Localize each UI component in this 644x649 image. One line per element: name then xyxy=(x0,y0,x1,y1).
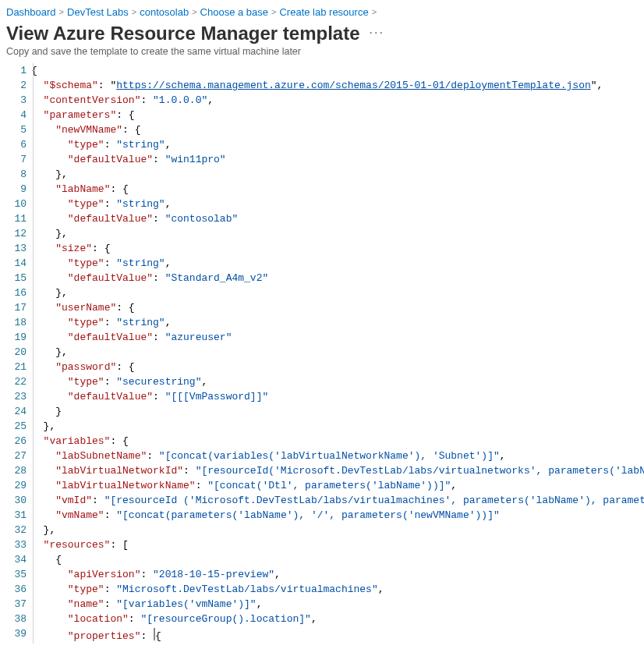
line-number: 1 xyxy=(3,63,27,78)
line-number: 8 xyxy=(3,167,27,182)
chevron-right-icon: > xyxy=(132,7,136,16)
line-number: 9 xyxy=(3,182,27,197)
line-number: 4 xyxy=(3,108,27,122)
code-line[interactable]: "vmName": "[concat(parameters('labName')… xyxy=(31,508,644,523)
line-number: 20 xyxy=(3,345,27,360)
line-number: 38 xyxy=(3,612,27,626)
line-number: 13 xyxy=(3,241,27,256)
line-number: 37 xyxy=(3,597,27,612)
code-line[interactable]: "type": "string", xyxy=(31,137,644,152)
code-line[interactable]: "type": "string", xyxy=(31,197,644,211)
code-line[interactable]: }, xyxy=(31,345,644,360)
chevron-right-icon: > xyxy=(271,7,276,16)
line-number: 2 xyxy=(3,78,27,93)
line-number: 12 xyxy=(3,226,27,241)
line-number: 19 xyxy=(3,330,27,345)
chevron-right-icon: > xyxy=(372,7,377,16)
line-number: 7 xyxy=(3,152,27,167)
line-number: 16 xyxy=(3,285,27,300)
line-number: 32 xyxy=(3,523,27,537)
code-line[interactable]: { xyxy=(31,63,644,78)
code-line[interactable]: "type": "Microsoft.DevTestLab/labs/virtu… xyxy=(31,582,644,597)
line-number: 22 xyxy=(3,374,27,389)
code-line[interactable]: "type": "string", xyxy=(31,256,644,271)
code-line[interactable]: }, xyxy=(31,523,644,537)
code-line[interactable]: "newVMName": { xyxy=(31,122,644,137)
line-number: 35 xyxy=(3,567,27,582)
line-number: 21 xyxy=(3,360,27,374)
code-line[interactable]: "type": "string", xyxy=(31,315,644,330)
line-number: 26 xyxy=(3,434,27,449)
line-number: 14 xyxy=(3,256,27,271)
code-line[interactable]: "defaultValue": "Standard_A4m_v2" xyxy=(31,271,644,285)
code-line[interactable]: { xyxy=(31,552,644,567)
code-line[interactable]: "resources": [ xyxy=(31,537,644,552)
line-number: 17 xyxy=(3,300,27,315)
line-number-gutter: 1234567891011121314151617181920212223242… xyxy=(0,63,28,644)
code-line[interactable]: "labName": { xyxy=(31,182,644,197)
code-line[interactable]: } xyxy=(31,404,644,419)
line-number: 33 xyxy=(3,537,27,552)
code-line[interactable]: }, xyxy=(31,167,644,182)
code-line[interactable]: "apiVersion": "2018-10-15-preview", xyxy=(31,567,644,582)
code-line[interactable]: "defaultValue": "win11pro" xyxy=(31,152,644,167)
line-number: 18 xyxy=(3,315,27,330)
line-number: 36 xyxy=(3,582,27,597)
line-number: 6 xyxy=(3,137,27,152)
code-line[interactable]: "parameters": { xyxy=(31,108,644,122)
chevron-right-icon: > xyxy=(59,7,64,16)
code-editor[interactable]: 1234567891011121314151617181920212223242… xyxy=(0,63,644,644)
chevron-right-icon: > xyxy=(192,7,196,16)
line-number: 29 xyxy=(3,478,27,493)
code-content[interactable]: { "$schema": "https://schema.management.… xyxy=(28,63,644,644)
more-icon[interactable]: ··· xyxy=(370,26,384,40)
code-line[interactable]: }, xyxy=(31,285,644,300)
line-number: 25 xyxy=(3,419,27,434)
line-number: 23 xyxy=(3,389,27,404)
line-number: 5 xyxy=(3,122,27,137)
line-number: 39 xyxy=(3,626,27,641)
code-line[interactable]: "labVirtualNetworkName": "[concat('Dtl',… xyxy=(31,478,644,493)
page-title: View Azure Resource Manager template xyxy=(6,23,360,44)
code-line[interactable]: "defaultValue": "[[[VmPassword]]" xyxy=(31,389,644,404)
code-line[interactable]: "type": "securestring", xyxy=(31,374,644,389)
line-number: 34 xyxy=(3,552,27,567)
code-line[interactable]: "$schema": "https://schema.management.az… xyxy=(31,78,644,93)
breadcrumb-link[interactable]: contosolab xyxy=(140,6,189,18)
breadcrumb-link[interactable]: Create lab resource xyxy=(279,6,368,18)
code-line[interactable]: "labVirtualNetworkId": "[resourceId('Mic… xyxy=(31,463,644,478)
code-line[interactable]: "contentVersion": "1.0.0.0", xyxy=(31,93,644,108)
line-number: 3 xyxy=(3,93,27,108)
page-subtitle: Copy and save the template to create the… xyxy=(0,44,644,63)
code-line[interactable]: "location": "[resourceGroup().location]"… xyxy=(31,612,644,626)
line-number: 24 xyxy=(3,404,27,419)
code-line[interactable]: "defaultValue": "azureuser" xyxy=(31,330,644,345)
line-number: 15 xyxy=(3,271,27,285)
breadcrumb-link[interactable]: Choose a base xyxy=(200,6,268,18)
code-line[interactable]: "vmId": "[resourceId ('Microsoft.DevTest… xyxy=(31,493,644,508)
breadcrumb-link[interactable]: Dashboard xyxy=(6,6,56,18)
line-number: 31 xyxy=(3,508,27,523)
code-line[interactable]: "size": { xyxy=(31,241,644,256)
code-line[interactable]: "name": "[variables('vmName')]", xyxy=(31,597,644,612)
breadcrumb: Dashboard>DevTest Labs>contosolab>Choose… xyxy=(0,0,644,21)
breadcrumb-link[interactable]: DevTest Labs xyxy=(67,6,129,18)
code-line[interactable]: "labSubnetName": "[concat(variables('lab… xyxy=(31,449,644,463)
line-number: 10 xyxy=(3,197,27,211)
line-number: 30 xyxy=(3,493,27,508)
code-line[interactable]: }, xyxy=(31,226,644,241)
code-line[interactable]: "defaultValue": "contosolab" xyxy=(31,211,644,226)
code-line[interactable]: "password": { xyxy=(31,360,644,374)
line-number: 27 xyxy=(3,449,27,463)
code-line[interactable]: "variables": { xyxy=(31,434,644,449)
line-number: 11 xyxy=(3,211,27,226)
code-line[interactable]: "userName": { xyxy=(31,300,644,315)
line-number: 28 xyxy=(3,463,27,478)
code-line[interactable]: "properties": { xyxy=(31,626,644,641)
code-line[interactable]: }, xyxy=(31,419,644,434)
